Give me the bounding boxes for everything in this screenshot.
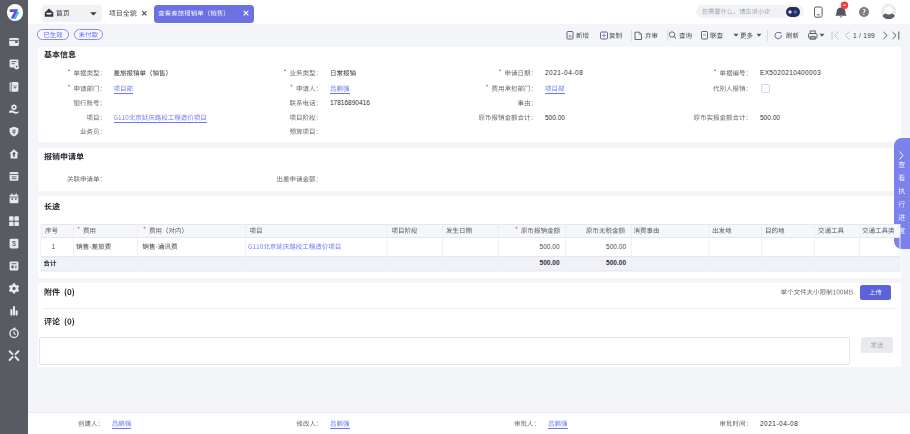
svg-text:¥: ¥	[13, 83, 17, 90]
svg-text:$: $	[12, 240, 16, 247]
